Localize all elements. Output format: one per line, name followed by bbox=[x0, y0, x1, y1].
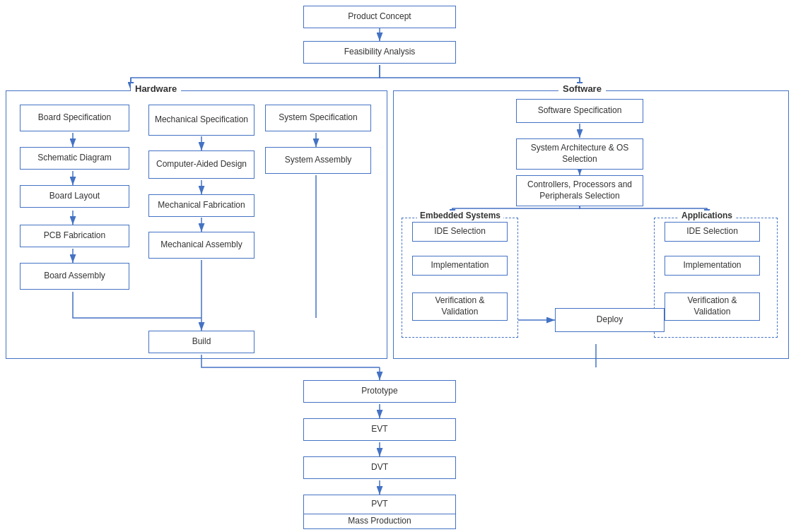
implementation-embedded-box: Implementation bbox=[412, 256, 508, 276]
verification-apps-box: Verification & Validation bbox=[665, 292, 760, 321]
software-label: Software bbox=[558, 83, 606, 94]
diagram: Product Concept Feasibility Analysis Har… bbox=[0, 0, 796, 532]
build-box: Build bbox=[148, 331, 254, 353]
ide-selection-embedded-box: IDE Selection bbox=[412, 222, 508, 242]
product-concept-box: Product Concept bbox=[303, 6, 456, 28]
applications-label: Applications bbox=[679, 211, 735, 220]
mechanical-fabrication-box: Mechanical Fabrication bbox=[148, 194, 254, 217]
mechanical-assembly-box: Mechanical Assembly bbox=[148, 232, 254, 259]
system-specification-box: System Specification bbox=[265, 105, 371, 131]
ide-selection-apps-box: IDE Selection bbox=[665, 222, 760, 242]
software-specification-box: Software Specification bbox=[516, 99, 643, 123]
board-specification-box: Board Specification bbox=[20, 105, 129, 131]
implementation-apps-box: Implementation bbox=[665, 256, 760, 276]
controllers-processors-box: Controllers, Processors and Peripherals … bbox=[516, 175, 643, 206]
computer-aided-design-box: Computer-Aided Design bbox=[148, 150, 254, 179]
evt-box: EVT bbox=[303, 418, 456, 441]
deploy-box: Deploy bbox=[555, 308, 665, 332]
pcb-fabrication-box: PCB Fabrication bbox=[20, 225, 129, 247]
feasibility-analysis-box: Feasibility Analysis bbox=[303, 41, 456, 64]
dvt-box: DVT bbox=[303, 456, 456, 479]
board-assembly-box: Board Assembly bbox=[20, 263, 129, 290]
pvt-box: PVT bbox=[303, 495, 456, 514]
board-layout-box: Board Layout bbox=[20, 185, 129, 208]
system-assembly-box: System Assembly bbox=[265, 147, 371, 174]
mass-production-box: Mass Production bbox=[303, 514, 456, 529]
schematic-diagram-box: Schematic Diagram bbox=[20, 147, 129, 170]
hardware-label: Hardware bbox=[131, 83, 181, 94]
verification-embedded-box: Verification & Validation bbox=[412, 292, 508, 321]
mechanical-specification-box: Mechanical Specification bbox=[148, 105, 254, 136]
prototype-box: Prototype bbox=[303, 380, 456, 403]
embedded-systems-label: Embedded Systems bbox=[417, 211, 503, 220]
system-architecture-box: System Architecture & OS Selection bbox=[516, 138, 643, 170]
